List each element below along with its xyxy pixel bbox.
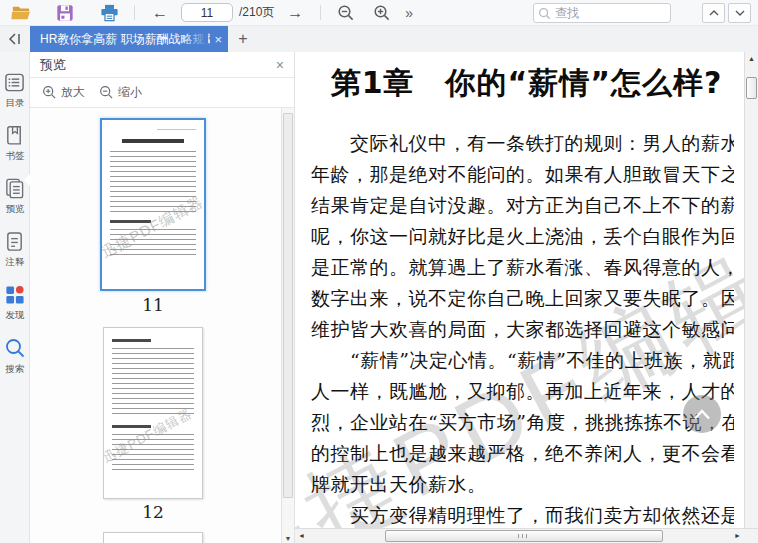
scroll-right-icon[interactable]: ► [734,529,741,543]
left-sidebar: 目录 书签 预览 [0,52,30,543]
vertical-scrollbar-thumb[interactable] [746,77,757,99]
zoom-in-thumbs-button[interactable]: 放大 [61,84,85,101]
thumbnail-page-number: 11 [100,295,206,315]
open-file-button[interactable] [6,1,36,25]
text-line: 年龄，那是绝对不能问的。如果有人胆敢冒天下之大不韪， [311,159,734,190]
more-tools-icon[interactable]: » [405,5,413,21]
chapter-title: 第1章 你的“薪情”怎么样? [309,63,744,104]
main-toolbar: ← /210页 → » [0,0,758,26]
zoom-in-button[interactable] [367,1,397,25]
thumbnail-scrollbar-thumb[interactable] [283,113,293,498]
sidebar-item-preview[interactable]: 预览 [4,178,25,216]
save-icon [56,4,74,22]
scrollbar-grip [518,534,530,538]
sidebar-item-label: 发现 [5,308,24,321]
text-line: 牌就开出天价薪水。 [311,469,734,500]
next-page-button[interactable]: → [280,1,310,25]
print-button[interactable] [94,1,124,25]
toolbar-separator [320,5,321,20]
magnify-in-icon[interactable] [42,85,57,100]
thumbnail-zoom-row: 放大 缩小 [30,78,294,108]
document-view[interactable]: 迅捷PDF编辑器 第1章 你的“薪情”怎么样? 交际礼仪中，有一条铁打的规则：男… [295,52,758,543]
preview-panel-header: 预览 × [30,52,294,78]
thumbnail-page-12[interactable]: 迅捷PDF编辑器 [103,327,203,499]
vertical-scrollbar[interactable]: ▲ [744,52,758,528]
scroll-up-icon[interactable]: ▲ [745,52,758,66]
sidebar-item-label: 注释 [5,255,24,268]
annotation-icon [4,231,25,252]
chevron-up-icon [709,10,719,16]
thumbnail-content: 迅捷PDF编辑器 [102,120,204,289]
sidebar-item-label: 搜索 [5,362,24,375]
text-line: 维护皆大欢喜的局面，大家都选择回避这个敏感问题了。 [311,314,734,345]
text-line: 人一样，既尴尬，又抑郁。再加上近年来，人才的竞争愈发激 [311,376,734,407]
text-line: “薪情”决定心情。“薪情”不佳的上班族，就跟迟暮的美 [311,345,734,376]
text-line: 的控制上也是越来越严格，绝不养闲人，更不会看你名校招 [311,438,734,469]
document-text: 交际礼仪中，有一条铁打的规则：男人的薪水，女人的 年龄，那是绝对不能问的。如果有… [311,128,734,531]
tab-title-fade [182,26,208,52]
text-line: 呢，你这一问就好比是火上浇油，丢个白眼作为回答都算 [311,221,734,252]
forward-icon: → [287,2,303,24]
page-number-input[interactable] [181,3,233,22]
preview-panel: 预览 × 放大 缩小 [30,52,295,543]
zoom-out-icon [337,4,355,22]
sidebar-item-discover[interactable]: 发现 [4,284,25,322]
sidebar-item-toc[interactable]: 目录 [4,72,25,110]
text-line: 烈，企业站在“买方市场”角度，挑挑拣拣不说，在人力成本 [311,407,734,438]
text-line: 是正常的。就算遇上了薪水看涨、春风得意的人，报个惊天 [311,252,734,283]
tab-close-icon[interactable]: × [214,33,222,46]
collapse-tabs-icon [8,32,23,46]
thumbnail-content: 迅捷PDF编辑器 [104,328,202,498]
sidebar-item-label: 目录 [5,96,24,109]
toolbar-separator [134,5,135,20]
up-chevron-icon [693,409,711,420]
new-tab-button[interactable]: + [228,26,258,52]
sidebar-item-search[interactable]: 搜索 [4,337,26,376]
back-to-top-button[interactable] [683,395,721,433]
tab-bar: HR教你拿高薪 职场薪酬战略规划 × + [0,26,758,52]
find-next-button[interactable] [728,3,751,23]
zoom-in-icon [373,4,391,22]
thumbnail-partial[interactable] [103,532,203,543]
page-total-label: /210页 [239,4,274,21]
find-input[interactable] [555,6,666,20]
text-line: 买方变得精明理性了，而我们卖方却依然还是处于被动 [311,500,734,531]
document-tab[interactable]: HR教你拿高薪 职场薪酬战略规划 × [30,26,228,52]
collapse-tabs-button[interactable] [0,26,30,52]
discover-icon [4,284,25,305]
print-icon [100,4,119,22]
sidebar-item-annotations[interactable]: 注释 [4,231,25,269]
find-box [533,3,671,23]
find-previous-button[interactable] [702,3,725,23]
thumbnail-list: 迅捷PDF编辑器 11 迅捷PDF编辑器 12 [30,108,294,543]
active-panel-caret [24,174,30,186]
zoom-out-button[interactable] [331,1,361,25]
text-line: 数字出来，说不定你自己晚上回家又要失眠了。因此，为了 [311,283,734,314]
chevron-down-icon [735,10,745,16]
bookmark-icon [4,125,25,146]
preview-icon [4,178,25,199]
document-page: 第1章 你的“薪情”怎么样? 交际礼仪中，有一条铁打的规则：男人的薪水，女人的 … [309,52,744,527]
scroll-left-icon[interactable]: ◄ [298,529,305,543]
thumbnail-scrollbar[interactable]: ▼ [281,108,294,543]
sidebar-item-bookmarks[interactable]: 书签 [4,125,25,163]
sidebar-search-icon [4,337,26,359]
zoom-out-thumbs-button[interactable]: 缩小 [118,84,142,101]
previous-page-button[interactable]: ← [145,1,175,25]
save-button[interactable] [50,1,80,25]
text-line: 结果肯定是自讨没趣。对方正为自己不上不下的薪水烦恼 [311,190,734,221]
horizontal-scrollbar[interactable]: ◄ ► [295,528,758,543]
folder-open-icon [11,4,31,22]
sidebar-item-label: 书签 [5,149,24,162]
thumbnail-page-number: 12 [103,502,203,522]
sidebar-item-label: 预览 [5,202,24,215]
scroll-down-icon[interactable]: ▼ [282,535,294,542]
text-line: 交际礼仪中，有一条铁打的规则：男人的薪水，女人的 [311,128,734,159]
pdf-editor-window: ← /210页 → » [0,0,758,543]
search-icon [538,7,551,20]
magnify-out-icon[interactable] [99,85,114,100]
thumbnail-page-11[interactable]: 迅捷PDF编辑器 [100,118,206,291]
horizontal-scrollbar-thumb[interactable] [385,530,663,542]
body-row: 目录 书签 预览 [0,52,758,543]
panel-close-icon[interactable]: × [276,58,284,72]
